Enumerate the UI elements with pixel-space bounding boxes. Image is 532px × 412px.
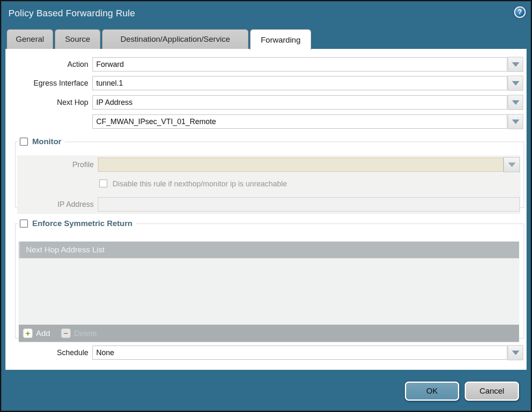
enforce-symmetric-return-label: Enforce Symmetric Return <box>32 219 133 228</box>
next-hop-type-select[interactable] <box>92 95 507 109</box>
tab-source[interactable]: Source <box>55 29 100 49</box>
next-hop-dropdown-button[interactable] <box>508 95 523 110</box>
help-icon[interactable]: ? <box>514 6 526 18</box>
delete-icon: − <box>61 328 71 338</box>
egress-interface-dropdown-button[interactable] <box>508 76 523 91</box>
disable-rule-label: Disable this rule if nexthop/monitor ip … <box>113 179 287 188</box>
next-hop-address-dropdown-button[interactable] <box>508 114 523 129</box>
enforce-symmetric-return-legend: Enforce Symmetric Return <box>18 219 136 228</box>
cancel-button[interactable]: Cancel <box>465 381 519 401</box>
tab-forwarding[interactable]: Forwarding <box>250 29 311 50</box>
tab-bar: General Source Destination/Application/S… <box>7 29 311 50</box>
dropdown-arrow-icon <box>508 163 516 167</box>
profile-label: Profile <box>15 158 94 172</box>
next-hop-label: Next Hop <box>5 95 88 109</box>
monitor-ip-address-input <box>98 197 520 211</box>
add-button[interactable]: + Add <box>23 328 50 338</box>
monitor-legend-label: Monitor <box>32 137 61 146</box>
next-hop-address-list-header: Next Hop Address List <box>19 242 519 258</box>
monitor-legend: Monitor <box>18 137 65 146</box>
enforce-symmetric-return-fieldset: Enforce Symmetric Return Next Hop Addres… <box>15 219 524 338</box>
tab-destination-application-service[interactable]: Destination/Application/Service <box>102 29 248 49</box>
profile-dropdown-button <box>504 157 520 172</box>
monitor-checkbox[interactable] <box>20 137 28 146</box>
action-select[interactable] <box>92 57 507 71</box>
next-hop-address-list-body[interactable] <box>19 258 519 325</box>
monitor-ip-address-label: IP Address <box>15 197 94 211</box>
monitor-fieldset: Monitor Profile Disable this rule if nex… <box>15 137 524 208</box>
next-hop-address-select[interactable] <box>92 114 507 129</box>
delete-button: − Delete <box>61 328 97 338</box>
next-hop-address-list-table: Next Hop Address List + Add − Delete <box>19 242 519 342</box>
dropdown-arrow-icon <box>512 351 519 355</box>
next-hop-address-list-toolbar: + Add − Delete <box>19 325 519 342</box>
add-icon: + <box>23 328 33 338</box>
schedule-select[interactable] <box>92 346 507 360</box>
dropdown-arrow-icon <box>512 62 519 67</box>
egress-interface-label: Egress Interface <box>5 76 88 90</box>
enforce-symmetric-return-checkbox[interactable] <box>20 219 28 228</box>
add-button-label: Add <box>36 329 50 338</box>
schedule-label: Schedule <box>5 346 88 360</box>
egress-interface-select[interactable] <box>92 76 507 90</box>
action-dropdown-button[interactable] <box>508 57 523 72</box>
pbf-rule-dialog: Policy Based Forwarding Rule ? General S… <box>0 0 532 412</box>
delete-button-label: Delete <box>74 329 97 338</box>
ok-button[interactable]: OK <box>405 381 459 401</box>
disable-rule-checkbox <box>99 179 107 188</box>
tab-general[interactable]: General <box>7 29 53 49</box>
profile-select <box>98 158 504 172</box>
dropdown-arrow-icon <box>512 120 519 124</box>
dialog-title: Policy Based Forwarding Rule <box>8 8 135 19</box>
dropdown-arrow-icon <box>512 100 519 105</box>
dropdown-arrow-icon <box>512 81 519 86</box>
schedule-dropdown-button[interactable] <box>508 345 523 360</box>
action-label: Action <box>5 57 88 71</box>
forwarding-tab-panel: Action Egress Interface Next Hop Monitor… <box>5 49 527 370</box>
